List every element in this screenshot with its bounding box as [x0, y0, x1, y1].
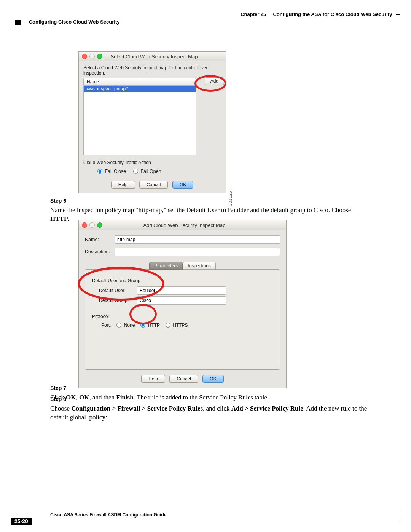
footer-guide-title: Cisco ASA Series Firewall ASDM Configura… [50, 512, 166, 518]
cancel-button[interactable]: Cancel [139, 181, 168, 189]
parameters-panel: Default User and Group Default User: Def… [85, 269, 280, 370]
default-user-group-title: Default User and Group [92, 278, 273, 283]
step-6: Step 6 Name the inspection policy map “h… [50, 197, 396, 224]
name-input[interactable] [115, 235, 280, 244]
dialog-instruction: Select a Cloud Web Security inspect map … [83, 65, 221, 76]
chapter-label: Chapter 25 [241, 11, 266, 17]
port-https-option[interactable]: HTTPS [164, 323, 188, 328]
default-user-label: Default User: [99, 288, 137, 293]
cancel-button[interactable]: Cancel [169, 375, 198, 383]
traffic-action-options: Fail Close Fail Open [83, 168, 221, 174]
ok-button[interactable]: OK [202, 375, 223, 383]
name-label: Name: [85, 237, 115, 242]
step-body: Choose Configuration > Firewall > Servic… [50, 404, 370, 422]
list-column-name: Name [87, 79, 99, 85]
add-button[interactable]: Add [205, 77, 224, 85]
section-marker-icon [15, 20, 21, 25]
port-https-radio[interactable] [166, 323, 170, 328]
default-user-input[interactable] [137, 286, 226, 295]
dialog-button-row: Help Cancel OK [83, 181, 221, 189]
port-http-radio[interactable] [140, 323, 145, 328]
tab-inspections[interactable]: Inspections [183, 262, 216, 270]
step-label: Step 6 [50, 197, 75, 204]
dialog-titlebar: Add Cloud Web Security Inspect Map [79, 220, 286, 230]
select-inspect-map-dialog: Select Cloud Web Security Inspect Map Se… [78, 51, 226, 193]
page-number: 25-20 [11, 518, 32, 525]
header-rule-icon [396, 14, 400, 15]
default-group-input[interactable] [137, 296, 226, 305]
chapter-title: Configuring the ASA for Cisco Cloud Web … [273, 11, 392, 17]
chapter-header: Chapter 25 Configuring the ASA for Cisco… [241, 11, 400, 17]
port-none-option[interactable]: None [115, 323, 135, 328]
dialog-titlebar: Select Cloud Web Security Inspect Map [79, 52, 226, 61]
fail-open-option[interactable]: Fail Open [131, 169, 161, 174]
step-8: Step 8 Choose Configuration > Firewall >… [50, 396, 396, 422]
document-page: Chapter 25 Configuring the ASA for Cisco… [0, 0, 411, 532]
port-http-option[interactable]: HTTP [139, 323, 159, 328]
footer-tick-icon [400, 518, 400, 523]
inspect-map-list[interactable]: cws_inspect_pmap2 [83, 86, 196, 155]
ok-button[interactable]: OK [172, 181, 193, 189]
protocol-label: Protocol [92, 314, 273, 319]
tab-parameters[interactable]: Parameters [149, 262, 183, 270]
dialog-title: Add Cloud Web Security Inspect Map [86, 222, 283, 228]
fail-close-radio[interactable] [97, 169, 102, 174]
fail-open-radio[interactable] [133, 169, 138, 174]
help-button[interactable]: Help [111, 181, 135, 189]
add-inspect-map-dialog: Add Cloud Web Security Inspect Map Name:… [78, 220, 287, 388]
list-header: Name [83, 78, 196, 86]
help-button[interactable]: Help [141, 375, 165, 383]
description-input[interactable] [115, 248, 280, 256]
list-item-selected[interactable]: cws_inspect_pmap2 [84, 86, 196, 92]
section-title: Configuring Cisco Cloud Web Security [29, 19, 120, 25]
default-group-label: Default Group: [99, 298, 137, 303]
traffic-action-label: Cloud Web Security Traffic Action [83, 160, 221, 165]
section-header: Configuring Cisco Cloud Web Security [15, 19, 119, 25]
protocol-options: Port: None HTTP HTTPS [92, 321, 273, 328]
footer-divider [15, 509, 400, 509]
port-none-radio[interactable] [116, 323, 121, 328]
fail-close-option[interactable]: Fail Close [96, 169, 126, 174]
description-label: Description: [85, 249, 115, 254]
tab-bar: ParametersInspections [85, 262, 280, 270]
dialog-title: Select Cloud Web Security Inspect Map [86, 54, 223, 59]
step-label: Step 7 [50, 385, 75, 392]
step-label: Step 8 [50, 396, 75, 403]
port-label: Port: [101, 323, 111, 328]
dialog-button-row: Help Cancel OK [85, 375, 280, 383]
